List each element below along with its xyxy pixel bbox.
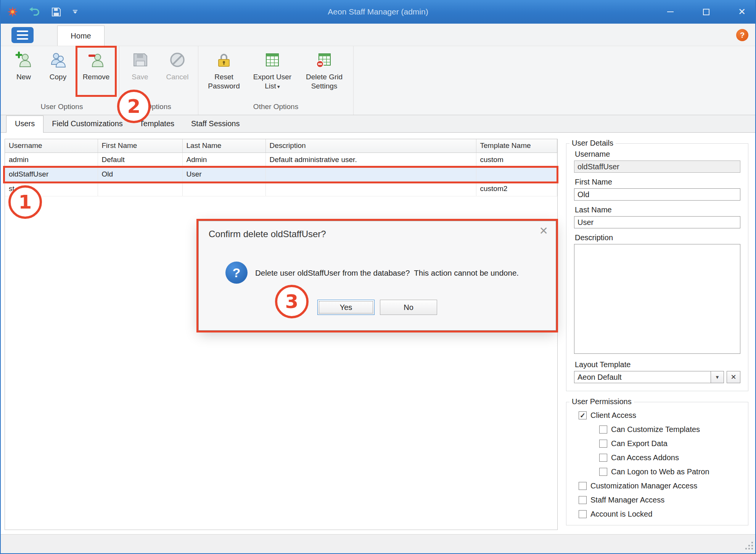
resize-grip[interactable]	[745, 541, 753, 551]
reset-password-button-label: Reset Password	[208, 73, 240, 90]
minimize-button[interactable]	[664, 6, 676, 18]
layout-template-label: Layout Template	[575, 360, 740, 369]
quick-access-dropdown-icon[interactable]	[72, 10, 78, 14]
clear-template-button[interactable]: ✕	[727, 371, 740, 383]
column-header-username[interactable]: Username	[5, 139, 98, 153]
copy-user-icon	[50, 51, 66, 70]
can-logon-web-patron-checkbox[interactable]	[599, 468, 607, 476]
window-controls: ✕	[664, 0, 748, 24]
export-user-list-button[interactable]: Export User List▾	[250, 49, 294, 91]
confirm-delete-dialog: Confirm delete oldStaffUser? ✕ ? Delete …	[198, 221, 556, 331]
first-name-label: First Name	[575, 178, 740, 186]
cell-template-name	[476, 167, 557, 181]
ribbon-tab-row: Home ?	[1, 24, 755, 46]
dialog-message: Delete user oldStaffUser from the databa…	[255, 268, 540, 278]
ribbon-group-user-options: New Copy	[5, 46, 119, 115]
permission-label: Customization Manager Access	[590, 482, 697, 490]
last-name-field[interactable]	[574, 216, 740, 228]
undo-icon[interactable]	[29, 6, 40, 18]
table-row-selected[interactable]: oldStaffUser Old User	[5, 167, 557, 181]
tab-users[interactable]: Users	[6, 116, 43, 133]
app-logo-icon	[7, 6, 18, 18]
table-row[interactable]: st custom2	[5, 181, 557, 196]
save-button[interactable]: Save	[124, 49, 156, 82]
cell-last-name: User	[182, 167, 265, 181]
cancel-button[interactable]: Cancel	[161, 49, 193, 82]
app-window: Aeon Staff Manager (admin) ✕ Home ?	[0, 0, 756, 554]
layout-template-combo[interactable]: ▾	[574, 371, 724, 383]
layout-template-field[interactable]	[574, 371, 711, 383]
dropdown-caret-icon: ▾	[277, 84, 280, 90]
question-icon: ?	[225, 262, 248, 284]
column-header-last-name[interactable]: Last Name	[182, 139, 265, 153]
spreadsheet-icon	[264, 51, 281, 70]
reset-password-button[interactable]: Reset Password	[203, 49, 245, 91]
account-is-locked-checkbox[interactable]	[579, 510, 587, 518]
cell-first-name: Default	[98, 153, 182, 167]
permission-label: Can Customize Templates	[611, 425, 700, 434]
permission-label: Account is Locked	[590, 510, 652, 519]
client-access-checkbox[interactable]	[579, 411, 587, 419]
maximize-button[interactable]	[700, 6, 712, 18]
hamburger-menu-button[interactable]	[11, 27, 34, 43]
column-header-template-name[interactable]: Template Name	[476, 139, 557, 153]
yes-button[interactable]: Yes	[317, 300, 375, 315]
users-grid: Username First Name Last Name Descriptio…	[5, 139, 558, 530]
tab-field-customizations[interactable]: Field Customizations	[43, 116, 131, 132]
table-row[interactable]: admin Default Admin Default administrati…	[5, 153, 557, 167]
tab-templates[interactable]: Templates	[131, 116, 183, 132]
delete-grid-settings-button[interactable]: Delete Grid Settings	[300, 49, 349, 91]
title-bar: Aeon Staff Manager (admin) ✕	[1, 0, 755, 24]
window-title: Aeon Staff Manager (admin)	[1, 0, 755, 24]
column-header-description[interactable]: Description	[265, 139, 476, 153]
save-quick-icon[interactable]	[51, 7, 61, 17]
permission-row: Account is Locked	[579, 507, 743, 521]
tab-home[interactable]: Home	[57, 26, 105, 46]
user-details-title: User Details	[569, 139, 616, 148]
combo-caret-icon[interactable]: ▾	[711, 371, 724, 383]
help-button[interactable]: ?	[736, 29, 748, 41]
can-customize-templates-checkbox[interactable]	[599, 426, 607, 434]
ribbon-group-label-user-options: User Options	[9, 102, 114, 114]
can-access-addons-checkbox[interactable]	[599, 454, 607, 462]
staff-manager-access-checkbox[interactable]	[579, 496, 587, 504]
new-user-button[interactable]: New	[9, 49, 38, 82]
copy-user-button[interactable]: Copy	[43, 49, 72, 82]
permission-label: Can Logon to Web as Patron	[611, 467, 709, 476]
content-area: Username First Name Last Name Descriptio…	[1, 133, 755, 534]
tab-staff-sessions[interactable]: Staff Sessions	[183, 116, 248, 132]
copy-user-button-label: Copy	[50, 73, 66, 81]
customization-manager-access-checkbox[interactable]	[579, 482, 587, 490]
ribbon-group-label-options: Options	[124, 102, 193, 114]
new-user-icon	[15, 51, 32, 70]
cell-first-name: Old	[98, 167, 182, 181]
cancel-icon	[169, 51, 186, 70]
username-field[interactable]	[574, 161, 740, 173]
cell-last-name	[182, 181, 265, 196]
ribbon-group-other-options: Reset Password Export User List▾	[198, 46, 354, 115]
permission-row: Can Customize Templates	[599, 422, 743, 437]
cell-username: st	[5, 181, 98, 196]
user-details-panel: User Details Username First Name Last Na…	[566, 137, 748, 525]
description-field[interactable]	[574, 244, 740, 354]
remove-user-icon	[88, 51, 105, 70]
dialog-close-icon[interactable]: ✕	[539, 226, 548, 236]
permission-row: Customization Manager Access	[579, 479, 743, 493]
new-user-button-label: New	[16, 73, 31, 81]
export-user-list-button-label: Export User List	[253, 73, 291, 90]
can-export-data-checkbox[interactable]	[599, 440, 607, 448]
cell-description	[265, 167, 476, 181]
view-tabstrip: Users Field Customizations Templates Sta…	[1, 115, 755, 133]
dialog-title: Confirm delete oldStaffUser?	[209, 229, 326, 239]
user-permissions-groupbox: User Permissions Client Access Can Custo…	[566, 402, 748, 525]
cell-template-name: custom2	[476, 181, 557, 196]
column-header-first-name[interactable]: First Name	[98, 139, 182, 153]
remove-user-button[interactable]: Remove	[78, 49, 114, 82]
username-label: Username	[575, 150, 740, 159]
no-button[interactable]: No	[380, 300, 437, 315]
save-button-label: Save	[132, 73, 148, 81]
first-name-field[interactable]	[574, 188, 740, 201]
ribbon-group-label-other-options: Other Options	[203, 102, 349, 114]
description-label: Description	[575, 233, 740, 242]
close-button[interactable]: ✕	[736, 6, 748, 18]
